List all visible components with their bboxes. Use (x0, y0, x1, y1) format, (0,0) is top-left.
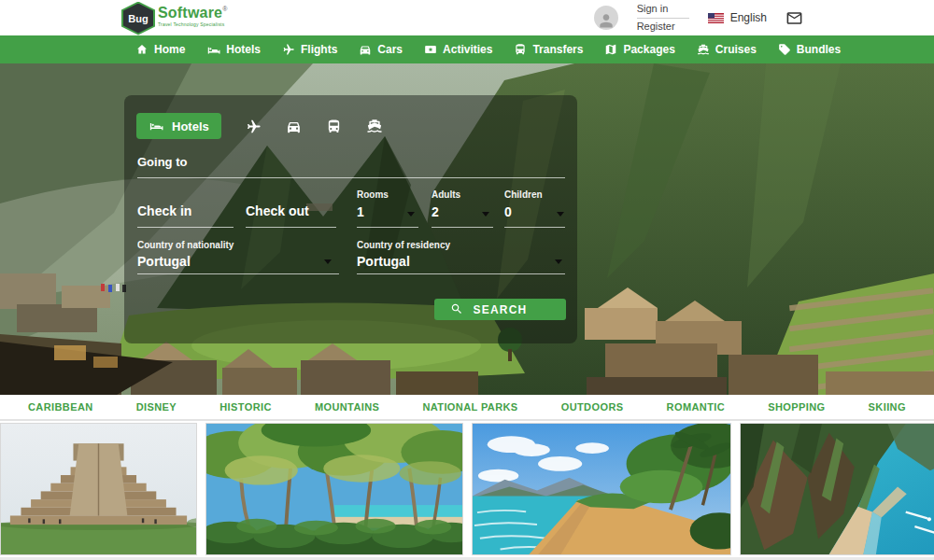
ship-icon (697, 43, 710, 56)
tropical-beach-image (473, 424, 730, 554)
register-link[interactable]: Register (637, 19, 689, 34)
adults-caret-icon[interactable] (482, 212, 489, 217)
bus-icon (514, 43, 527, 56)
tab-hotels[interactable]: Hotels (136, 113, 221, 139)
ship-icon (366, 118, 383, 134)
language-label: English (730, 11, 767, 24)
car-icon (359, 43, 372, 56)
adults-label: Adults (432, 189, 460, 200)
page: Bug Software® Travel Technology Speciali… (0, 0, 934, 560)
category-disney[interactable]: DISNEY (136, 401, 177, 413)
plane-icon (282, 43, 295, 56)
nationality-select[interactable]: Portugal (137, 254, 191, 269)
destination-card-beach[interactable] (472, 423, 731, 555)
residency-caret-icon[interactable] (555, 259, 562, 264)
category-skiing[interactable]: SKIING (869, 401, 906, 413)
nav-item-packages[interactable]: Packages (604, 43, 674, 56)
nav-item-bundles[interactable]: Bundles (778, 43, 841, 56)
rooms-label: Rooms (357, 189, 389, 200)
children-label: Children (504, 189, 543, 200)
logo-tagline: Travel Technology Specialists (158, 22, 227, 27)
tab-cars[interactable] (286, 119, 302, 134)
nationality-label: Country of nationality (137, 240, 234, 250)
category-outdoors[interactable]: OUTDOORS (561, 401, 624, 413)
nationality-caret-icon[interactable] (324, 259, 332, 264)
destination-card-pyramid[interactable] (0, 423, 197, 555)
residency-label: Country of residency (357, 240, 450, 250)
check-out-input[interactable]: Check out (246, 203, 309, 218)
car-icon (286, 119, 302, 134)
bed-icon (149, 119, 163, 133)
tab-cruises[interactable] (366, 118, 383, 134)
map-icon (604, 43, 617, 56)
language-selector[interactable]: English (708, 11, 767, 24)
nav-item-hotels[interactable]: Hotels (206, 43, 261, 57)
tab-transfers[interactable] (326, 119, 342, 134)
na-pali-coast-image (741, 424, 934, 554)
logo-bug-text: Bug (128, 13, 148, 24)
nav-item-transfers[interactable]: Transfers (514, 43, 583, 56)
tab-flights[interactable] (246, 119, 262, 134)
avatar[interactable] (594, 6, 618, 30)
category-romantic[interactable]: ROMANTIC (667, 401, 725, 413)
check-in-input[interactable]: Check in (137, 203, 191, 218)
tag-icon (778, 43, 791, 56)
main-nav: Home Hotels Flights Cars Activities Tran… (0, 35, 934, 63)
going-to-input[interactable]: Going to (137, 155, 187, 169)
sign-in-link[interactable]: Sign in (637, 2, 689, 19)
category-national-parks[interactable]: NATIONAL PARKS (422, 401, 517, 413)
hero-section: Hotels Going to Check in Check out Rooms… (0, 63, 934, 395)
bus-icon (326, 119, 342, 134)
residency-select[interactable]: Portugal (357, 254, 410, 269)
palm-trees-image (206, 424, 462, 554)
person-icon (597, 11, 616, 30)
category-bar: CARIBBEAN DISNEY HISTORIC MOUNTAINS NATI… (0, 395, 934, 421)
category-mountains[interactable]: MOUNTAINS (315, 401, 379, 413)
search-button[interactable]: SEARCH (434, 299, 566, 320)
nav-item-cruises[interactable]: Cruises (697, 43, 757, 56)
nav-item-cars[interactable]: Cars (359, 43, 403, 56)
category-caribbean[interactable]: CARIBBEAN (28, 401, 93, 413)
plane-icon (246, 119, 262, 134)
rooms-select[interactable]: 1 (357, 204, 364, 219)
destination-card-napali[interactable] (740, 423, 934, 555)
bed-icon (206, 43, 220, 57)
mayan-pyramid-image (1, 424, 196, 554)
nav-item-activities[interactable]: Activities (424, 43, 492, 56)
logo[interactable]: Bug Software® Travel Technology Speciali… (121, 1, 227, 35)
home-icon (135, 43, 149, 56)
category-historic[interactable]: HISTORIC (219, 401, 272, 413)
booking-search-panel: Hotels Going to Check in Check out Rooms… (124, 95, 577, 343)
us-flag-icon (708, 13, 724, 23)
rooms-caret-icon[interactable] (407, 212, 415, 217)
destination-card-palms[interactable] (205, 423, 463, 555)
destination-cards (0, 421, 934, 560)
nav-item-flights[interactable]: Flights (282, 43, 337, 56)
logo-hexagon: Bug (121, 2, 155, 35)
adults-select[interactable]: 2 (432, 204, 439, 219)
category-shopping[interactable]: SHOPPING (768, 401, 825, 413)
children-select[interactable]: 0 (504, 204, 512, 219)
children-caret-icon[interactable] (557, 212, 564, 217)
top-header: Bug Software® Travel Technology Speciali… (0, 0, 934, 35)
logo-software-text: Software (158, 5, 222, 21)
logo-registered-mark: ® (222, 6, 227, 12)
activities-icon (424, 43, 437, 56)
search-icon (450, 302, 463, 315)
nav-item-home[interactable]: Home (135, 43, 185, 56)
mail-icon[interactable] (785, 9, 803, 27)
